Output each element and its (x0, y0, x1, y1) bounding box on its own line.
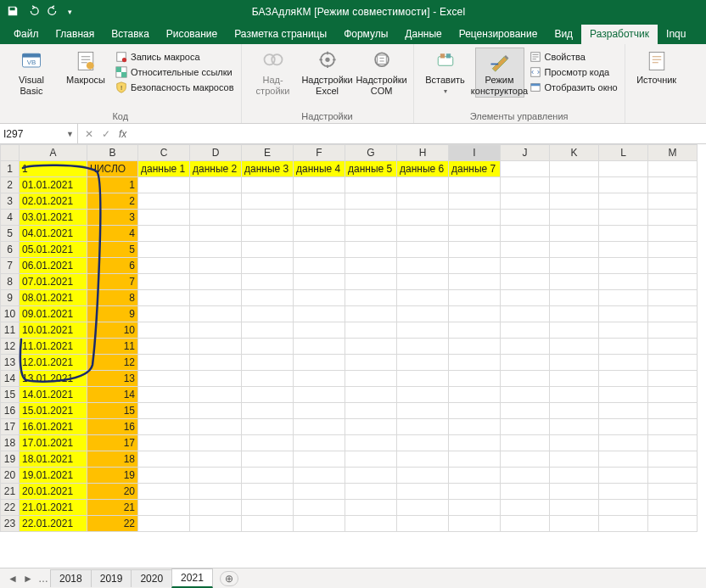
cell[interactable] (501, 177, 550, 193)
cell[interactable] (599, 516, 648, 532)
cell[interactable] (648, 274, 698, 290)
cell[interactable] (550, 516, 599, 532)
cell[interactable] (138, 274, 190, 290)
sheet-tab-2021[interactable]: 2021 (171, 568, 213, 588)
cell[interactable] (501, 484, 550, 500)
col-header-E[interactable]: E (242, 145, 294, 161)
row-header[interactable]: 8 (1, 274, 20, 290)
row-header[interactable]: 17 (1, 419, 20, 435)
cell[interactable] (550, 274, 599, 290)
row-header[interactable]: 23 (1, 516, 20, 532)
cell[interactable] (501, 306, 550, 322)
cell[interactable] (501, 339, 550, 355)
cell[interactable] (648, 387, 698, 403)
cell[interactable] (345, 226, 397, 242)
cell[interactable]: 11 (87, 339, 138, 355)
cell[interactable] (294, 242, 345, 258)
cell[interactable]: данные 5 (345, 161, 397, 177)
cell[interactable] (449, 484, 501, 500)
cell[interactable] (138, 226, 190, 242)
cell[interactable] (190, 516, 242, 532)
cell[interactable] (501, 226, 550, 242)
cell[interactable]: 19.01.2021 (20, 468, 87, 484)
cell[interactable] (550, 435, 599, 451)
cell[interactable] (138, 242, 190, 258)
cell[interactable] (190, 500, 242, 516)
cell[interactable] (599, 193, 648, 210)
cell[interactable] (599, 387, 648, 403)
cell[interactable] (190, 226, 242, 242)
cell[interactable]: 14 (87, 387, 138, 403)
cell[interactable]: 01.01.2021 (20, 177, 87, 193)
cell[interactable] (242, 177, 294, 193)
cell[interactable]: данные 1 (138, 161, 190, 177)
cell[interactable] (449, 339, 501, 355)
cell[interactable] (138, 516, 190, 532)
cell[interactable] (599, 500, 648, 516)
cell[interactable] (397, 371, 449, 387)
cell[interactable] (138, 177, 190, 193)
cell[interactable] (449, 403, 501, 419)
cell[interactable] (501, 371, 550, 387)
redo-icon[interactable] (48, 5, 59, 20)
cell[interactable] (397, 500, 449, 516)
tab-insert[interactable]: Вставка (103, 25, 158, 44)
cell[interactable] (397, 468, 449, 484)
cell[interactable] (345, 451, 397, 468)
cell[interactable] (449, 371, 501, 387)
cell[interactable] (190, 306, 242, 322)
cell[interactable] (449, 306, 501, 322)
tab-inquire[interactable]: Inqu (658, 25, 694, 44)
cell[interactable] (550, 322, 599, 339)
cancel-icon[interactable]: ✕ (85, 128, 93, 140)
cell[interactable] (190, 403, 242, 419)
cell[interactable] (501, 419, 550, 435)
cell[interactable] (449, 177, 501, 193)
cell[interactable]: 17 (87, 435, 138, 451)
cell[interactable] (449, 387, 501, 403)
cell[interactable] (294, 306, 345, 322)
cell[interactable] (190, 210, 242, 226)
cell[interactable] (397, 355, 449, 371)
cell[interactable] (550, 403, 599, 419)
cell[interactable] (242, 371, 294, 387)
cell[interactable] (397, 306, 449, 322)
cell[interactable] (397, 274, 449, 290)
cell[interactable] (397, 290, 449, 306)
cell[interactable] (449, 290, 501, 306)
cell[interactable] (138, 371, 190, 387)
cell[interactable]: 03.01.2021 (20, 210, 87, 226)
cell[interactable] (345, 210, 397, 226)
cell[interactable] (242, 322, 294, 339)
cell[interactable]: 06.01.2021 (20, 258, 87, 274)
cell[interactable] (599, 451, 648, 468)
col-header-F[interactable]: F (294, 145, 345, 161)
cell[interactable] (138, 306, 190, 322)
cell[interactable] (242, 274, 294, 290)
col-header-M[interactable]: M (648, 145, 698, 161)
col-header-J[interactable]: J (501, 145, 550, 161)
cell[interactable] (501, 193, 550, 210)
cell[interactable] (242, 403, 294, 419)
cell[interactable] (190, 193, 242, 210)
worksheet-grid[interactable]: ABCDEFGHIJKLM11ЧИСЛОданные 1данные 2данн… (0, 144, 706, 568)
cell[interactable] (449, 226, 501, 242)
cell[interactable]: 16 (87, 419, 138, 435)
design-mode-button[interactable]: Режим конструктора (475, 48, 524, 98)
cell[interactable] (242, 435, 294, 451)
cell[interactable]: 15.01.2021 (20, 403, 87, 419)
cell[interactable] (138, 451, 190, 468)
cell[interactable] (242, 484, 294, 500)
cell[interactable] (599, 484, 648, 500)
row-header[interactable]: 19 (1, 451, 20, 468)
cell[interactable] (397, 387, 449, 403)
select-all-corner[interactable] (1, 145, 20, 161)
cell[interactable]: 05.01.2021 (20, 242, 87, 258)
cell[interactable] (449, 516, 501, 532)
col-header-C[interactable]: C (138, 145, 190, 161)
addins-button[interactable]: Над- стройки (249, 48, 298, 96)
cell[interactable] (345, 403, 397, 419)
col-header-G[interactable]: G (345, 145, 397, 161)
cell[interactable] (190, 484, 242, 500)
cell[interactable] (294, 484, 345, 500)
